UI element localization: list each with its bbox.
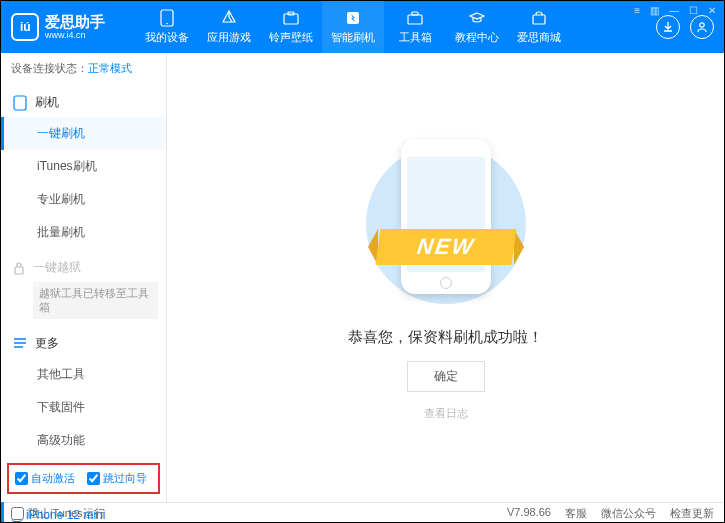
tutorial-icon	[468, 9, 486, 27]
nav-apps[interactable]: 应用游戏	[198, 1, 260, 53]
titlebar: iú 爱思助手 www.i4.cn 我的设备 应用游戏 铃声壁纸 智能刷	[1, 1, 724, 53]
app-url: www.i4.cn	[45, 31, 105, 40]
sidebar-item-other-tools[interactable]: 其他工具	[1, 358, 166, 391]
nav-flash[interactable]: 智能刷机	[322, 1, 384, 53]
sidebar-section-jailbreak: 一键越狱	[1, 253, 166, 282]
checkbox-input[interactable]	[87, 472, 100, 485]
sidebar-item-pro-flash[interactable]: 专业刷机	[1, 183, 166, 216]
nav-media[interactable]: 铃声壁纸	[260, 1, 322, 53]
svg-rect-10	[14, 96, 26, 110]
phone-illustration	[401, 139, 491, 294]
sidebar: 设备连接状态：正常模式 刷机 一键刷机 iTunes刷机 专业刷机 批量刷机 一…	[1, 53, 167, 502]
checkbox-input[interactable]	[11, 507, 24, 520]
header-right	[656, 15, 714, 39]
apps-icon	[220, 9, 238, 27]
success-message: 恭喜您，保资料刷机成功啦！	[348, 328, 543, 347]
view-log-link[interactable]: 查看日志	[424, 406, 468, 421]
checkbox-label: 阻止iTunes运行	[28, 506, 105, 521]
section-title: 刷机	[35, 94, 59, 111]
toolbox-icon	[406, 9, 424, 27]
user-button[interactable]	[690, 15, 714, 39]
status-value: 正常模式	[88, 62, 132, 74]
nav-toolbox[interactable]: 工具箱	[384, 1, 446, 53]
phone-icon	[158, 9, 176, 27]
nav-tutorial[interactable]: 教程中心	[446, 1, 508, 53]
statusbar-right: V7.98.66 客服 微信公众号 检查更新	[507, 506, 714, 521]
version-label: V7.98.66	[507, 506, 551, 521]
nav-label: 教程中心	[455, 30, 499, 45]
sidebar-item-itunes-flash[interactable]: iTunes刷机	[1, 150, 166, 183]
sidebar-item-download-firmware[interactable]: 下载固件	[1, 391, 166, 424]
status-label: 设备连接状态：	[11, 62, 88, 74]
window-controls: ≡ ▥ — ☐ ✕	[632, 5, 718, 16]
checkbox-auto-activate[interactable]: 自动激活	[15, 471, 75, 486]
checkbox-block-itunes[interactable]: 阻止iTunes运行	[11, 506, 105, 521]
checkbox-label: 跳过向导	[103, 471, 147, 486]
shop-icon	[530, 9, 548, 27]
checkbox-input[interactable]	[15, 472, 28, 485]
section-title: 一键越狱	[33, 259, 81, 276]
jailbreak-notice: 越狱工具已转移至工具箱	[33, 282, 158, 319]
close-icon[interactable]: ✕	[706, 5, 718, 16]
wechat-link[interactable]: 微信公众号	[601, 506, 656, 521]
options-box: 自动激活 跳过向导	[7, 463, 160, 494]
app-name: 爱思助手	[45, 14, 105, 29]
svg-rect-6	[408, 15, 422, 24]
svg-rect-11	[15, 267, 23, 274]
svg-rect-8	[533, 15, 545, 24]
svg-point-2	[166, 23, 168, 25]
maximize-icon[interactable]: ☐	[687, 5, 700, 16]
sidebar-item-advanced[interactable]: 高级功能	[1, 424, 166, 457]
new-ribbon: NEW	[368, 229, 524, 265]
logo-area: iú 爱思助手 www.i4.cn	[11, 13, 136, 41]
svg-rect-7	[412, 12, 418, 15]
lock-icon	[13, 261, 25, 275]
menu-icon[interactable]: ≡	[632, 5, 642, 16]
nav-label: 工具箱	[399, 30, 432, 45]
nav-shop[interactable]: 爱思商城	[508, 1, 570, 53]
phone-icon	[13, 95, 27, 111]
ribbon-text: NEW	[375, 229, 516, 265]
section-title: 更多	[35, 335, 59, 352]
media-icon	[282, 9, 300, 27]
connection-status: 设备连接状态：正常模式	[1, 53, 166, 84]
nav-label: 爱思商城	[517, 30, 561, 45]
illustration: NEW	[356, 134, 536, 314]
nav-label: 铃声壁纸	[269, 30, 313, 45]
main-content: NEW 恭喜您，保资料刷机成功啦！ 确定 查看日志	[167, 53, 724, 502]
checkbox-skip-guide[interactable]: 跳过向导	[87, 471, 147, 486]
svg-point-9	[700, 23, 704, 27]
flash-icon	[344, 9, 362, 27]
nav-label: 我的设备	[145, 30, 189, 45]
phone-home-button	[440, 277, 452, 289]
top-nav: 我的设备 应用游戏 铃声壁纸 智能刷机 工具箱 教程中心	[136, 1, 656, 53]
svg-text:iú: iú	[20, 20, 31, 34]
settings-icon[interactable]: ▥	[648, 5, 661, 16]
sidebar-item-oneclick-flash[interactable]: 一键刷机	[1, 117, 166, 150]
checkbox-label: 自动激活	[31, 471, 75, 486]
sidebar-section-more[interactable]: 更多	[1, 329, 166, 358]
support-link[interactable]: 客服	[565, 506, 587, 521]
list-icon	[13, 337, 27, 349]
app-window: ≡ ▥ — ☐ ✕ iú 爱思助手 www.i4.cn 我的设备 应用游戏	[0, 0, 725, 523]
app-logo-icon: iú	[11, 13, 39, 41]
minimize-icon[interactable]: —	[667, 5, 681, 16]
nav-my-device[interactable]: 我的设备	[136, 1, 198, 53]
ok-button[interactable]: 确定	[407, 361, 485, 392]
check-update-link[interactable]: 检查更新	[670, 506, 714, 521]
sidebar-item-batch-flash[interactable]: 批量刷机	[1, 216, 166, 249]
sidebar-section-flash[interactable]: 刷机	[1, 88, 166, 117]
download-button[interactable]	[656, 15, 680, 39]
body: 设备连接状态：正常模式 刷机 一键刷机 iTunes刷机 专业刷机 批量刷机 一…	[1, 53, 724, 502]
nav-label: 应用游戏	[207, 30, 251, 45]
nav-label: 智能刷机	[331, 30, 375, 45]
